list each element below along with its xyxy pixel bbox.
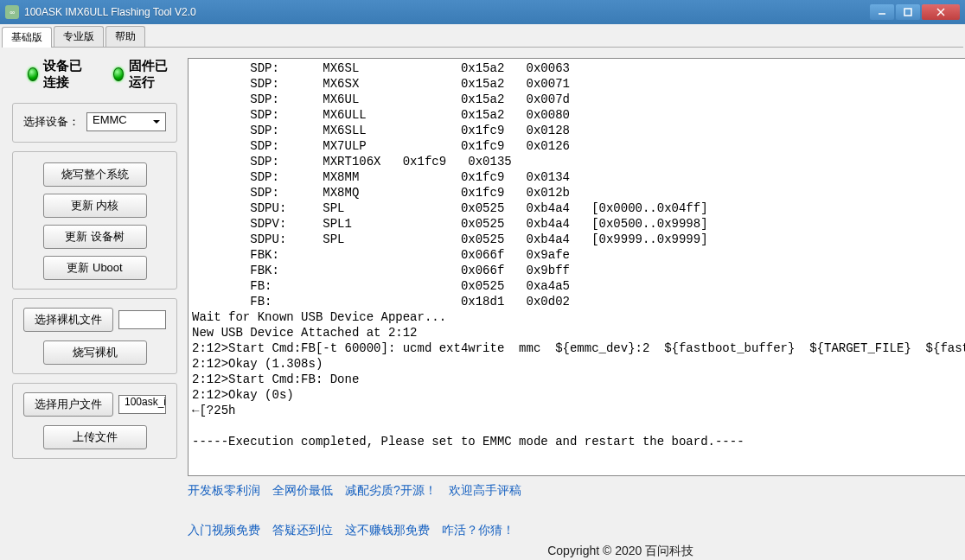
status-row: 设备已连接 固件已运行 <box>12 58 177 91</box>
titlebar: ∞ 100ASK IMX6ULL Flashing Tool V2.0 <box>0 0 965 24</box>
tab-help[interactable]: 帮助 <box>105 26 145 47</box>
tab-bar: 基础版 专业版 帮助 <box>2 26 963 48</box>
link-2[interactable]: 全网价最低 <box>272 483 333 499</box>
app-icon: ∞ <box>5 5 19 19</box>
link-1[interactable]: 开发板零利润 <box>188 483 260 499</box>
promo-links: 开发板零利润 全网价最低 减配劣质?开源！ 欢迎高手评稿 入门视频免费 答疑还到… <box>188 483 965 538</box>
console-output: SDP: MX6SL 0x15a2 0x0063 SDP: MX6SX 0x15… <box>189 59 965 475</box>
minimize-button[interactable] <box>870 4 894 20</box>
flash-system-button[interactable]: 烧写整个系统 <box>43 162 147 187</box>
link-5[interactable]: 入门视频免费 <box>188 523 260 538</box>
device-label: 选择设备： <box>23 114 80 130</box>
user-file-input[interactable]: 100ask_imx6ull-14x <box>118 395 166 414</box>
link-7[interactable]: 这不赚钱那免费 <box>345 523 430 538</box>
user-file-button[interactable]: 选择用户文件 <box>23 392 113 417</box>
update-uboot-button[interactable]: 更新 Uboot <box>43 256 147 280</box>
copyright: Copyright © 2020 百问科技 <box>188 544 965 559</box>
led-running-icon <box>113 67 124 81</box>
link-4[interactable]: 欢迎高手评稿 <box>449 483 521 499</box>
upload-file-button[interactable]: 上传文件 <box>43 425 147 449</box>
tab-basic[interactable]: 基础版 <box>2 27 52 48</box>
close-button[interactable] <box>922 4 960 20</box>
device-select[interactable]: EMMC <box>86 112 166 131</box>
status-connected-label: 设备已连接 <box>43 58 92 91</box>
flash-bare-button[interactable]: 烧写裸机 <box>43 340 147 365</box>
status-running-label: 固件已运行 <box>129 58 177 91</box>
svg-rect-1 <box>904 9 911 16</box>
bare-file-input[interactable] <box>118 310 166 329</box>
maximize-button[interactable] <box>896 4 920 20</box>
update-kernel-button[interactable]: 更新 内核 <box>43 194 147 218</box>
app-title: 100ASK IMX6ULL Flashing Tool V2.0 <box>24 6 870 18</box>
update-dtb-button[interactable]: 更新 设备树 <box>43 225 147 249</box>
led-connected-icon <box>28 67 38 81</box>
link-8[interactable]: 咋活？你猜！ <box>442 523 514 538</box>
tab-pro[interactable]: 专业版 <box>54 26 104 47</box>
link-6[interactable]: 答疑还到位 <box>272 523 333 538</box>
bare-file-button[interactable]: 选择裸机文件 <box>23 308 113 332</box>
link-3[interactable]: 减配劣质?开源！ <box>345 483 437 499</box>
